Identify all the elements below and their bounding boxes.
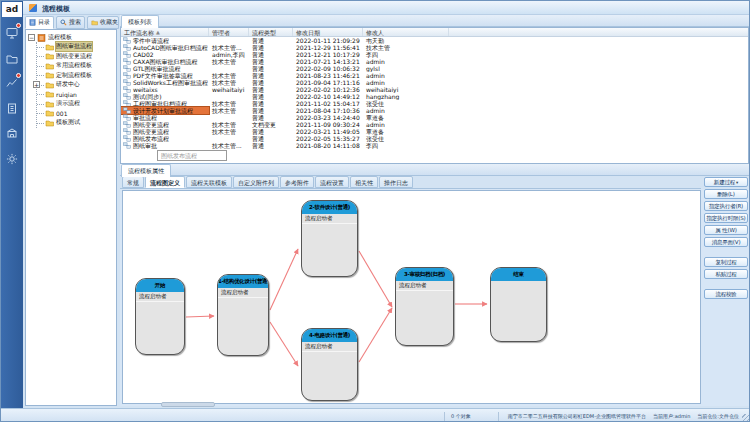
tab-catalog[interactable]: 目录 (25, 16, 54, 29)
workflow-icon (123, 44, 131, 51)
expand-icon[interactable]: + (33, 81, 40, 88)
type-value: 普通 (252, 142, 264, 149)
tab-favorites[interactable]: 收藏夹 (87, 16, 119, 29)
table-row[interactable]: GTL图纸审批流程普通2022-02-09 10:06:32gylsl (121, 65, 748, 72)
tree-item[interactable]: 001 (37, 109, 116, 119)
button-label: 粘贴过程 (715, 271, 736, 277)
tree-item[interactable]: 模板测试 (37, 118, 116, 128)
tree-item[interactable]: 演示流程 (37, 99, 116, 109)
activity-chart-icon[interactable] (5, 75, 19, 89)
column-header[interactable]: 管理者 (209, 28, 249, 36)
workflow-name-cell: 工程图审批归档流程 (121, 100, 209, 107)
table-row[interactable]: weitaixsweihaitaiyi普通2022-02-02 10:12:36… (121, 86, 748, 93)
table-row[interactable]: 图纸变更流程技术主管普通2022-03-21 11:49:05覃道备 (121, 128, 748, 135)
documents-icon[interactable] (5, 101, 19, 115)
properties-tab-label: 相关性 (355, 179, 373, 186)
type-value: 普通 (252, 107, 264, 114)
tree-item[interactable]: 图纸变更流程 (37, 52, 116, 62)
search-icon (60, 19, 67, 26)
process-template-root-icon (37, 34, 46, 42)
table-row[interactable]: 图纸发布流程普通2022-02-05 15:35:27张受佳 (121, 135, 748, 142)
left-rail: ad (1, 1, 23, 408)
properties-tab[interactable]: 相关性 (350, 176, 378, 188)
tree-item[interactable]: 图纸审批流程 (37, 42, 116, 52)
flow-node-step4[interactable]: 4-电路设计(普通)流程启动者 (301, 328, 358, 401)
delete-button[interactable]: 删除(L) (704, 189, 748, 199)
table-row[interactable]: 零件申请流程普通2022-01-11 21:09:29韦天勤 (121, 37, 748, 44)
modifier-cell: 李四 (363, 142, 449, 149)
flow-node-start[interactable]: 开始流程启动者 (135, 278, 185, 355)
properties-tab[interactable]: 参考附件 (280, 176, 314, 188)
folder-rail-icon[interactable] (5, 51, 19, 65)
table-row[interactable]: 设计开发计划审批流程技术主管普通2021-08-04 17:10:36admin (121, 107, 748, 114)
flow-node-body: 流程启动者 (218, 288, 268, 355)
tab-template-list[interactable]: 模板列表 (121, 15, 159, 28)
folder-icon (45, 71, 54, 79)
table-row[interactable]: 工程图审批归档流程技术主管普通2021-11-02 15:04:17张受佳 (121, 100, 748, 107)
column-header[interactable]: 流程类型 (249, 28, 293, 36)
column-header[interactable]: 工作流名称▲ (121, 28, 209, 36)
paste-process-button[interactable]: 粘贴过程 (704, 269, 748, 279)
tree-item[interactable]: 常用流程模板 (37, 61, 116, 71)
table-row[interactable]: 测试(同步)普通2022-02-10 14:49:12hangzhang (121, 93, 748, 100)
flow-node-step1[interactable]: 1-结构优化设计(普通)流程启动者 (217, 274, 269, 356)
validate-process-button[interactable]: 流程校验 (704, 289, 748, 299)
flow-node-step2[interactable]: 2-软件设计(普通)流程启动者 (301, 200, 358, 277)
workflow-icon (123, 51, 131, 58)
date-value: 2021-11-09 09:30:24 (296, 121, 360, 128)
tree-item[interactable]: 定制流程模板 (37, 71, 116, 81)
canvas-scrollbar-thumb[interactable] (161, 402, 215, 407)
type-value: 普通 (252, 72, 264, 79)
properties-tab[interactable]: 流程图定义 (145, 176, 185, 188)
column-header[interactable]: 修改日期 (293, 28, 363, 36)
app-logo[interactable]: ad (2, 2, 22, 17)
workflow-name: 零件申请流程 (133, 37, 169, 44)
properties-button[interactable]: 属 性(W) (704, 225, 748, 235)
properties-tab[interactable]: 流程设置 (315, 176, 349, 188)
tree-item[interactable]: +研发中心 (37, 80, 116, 90)
resize-grip[interactable] (742, 414, 750, 422)
properties-tab[interactable]: 流程关联模板 (186, 176, 232, 188)
tree-item-label: ruiqian (56, 91, 77, 98)
table-row[interactable]: CAXA图纸审批归档流程技术主管普通2021-07-21 14:13:21adm… (121, 58, 748, 65)
tab-template-properties[interactable]: 流程模板属性 (121, 164, 171, 177)
flow-node-step3[interactable]: 3-审核归档(归档)流程启动者 (395, 267, 454, 346)
object-count: 0 个对象 (451, 413, 471, 419)
table-row[interactable]: 图纸变更流程技术主管文档变更2021-11-09 09:30:24admin (121, 121, 748, 128)
flowchart-canvas[interactable]: 开始流程启动者1-结构优化设计(普通)流程启动者2-软件设计(普通)流程启动者4… (122, 190, 701, 404)
table-row[interactable]: SolidWorks工程图审批流程技术主管普通2021-09-04 17:11:… (121, 79, 748, 86)
tree-root[interactable]: − 流程模板 (28, 33, 116, 42)
assign-time-limit-button[interactable]: 指定执行时限(S) (704, 213, 748, 223)
current-user: 当前用户:admin (653, 413, 690, 419)
new-process-button[interactable]: 新建过程▾ (704, 177, 748, 187)
table-row[interactable]: 审批流程普通2022-03-23 14:24:40覃道备 (121, 114, 748, 121)
type-value: 普通 (252, 128, 264, 135)
workflow-name: 图纸变更流程 (133, 128, 169, 135)
properties-tab[interactable]: 自定义附件列 (233, 176, 279, 188)
tab-search[interactable]: 搜索 (56, 16, 85, 29)
table-row[interactable]: 图纸审批技术主管...普通2021-08-20 14:11:08李四 (121, 142, 748, 149)
settings-gear-icon[interactable] (5, 151, 19, 165)
organization-icon[interactable] (5, 125, 19, 139)
message-ui-button[interactable]: 消息界面(V) (704, 237, 748, 247)
properties-tab[interactable]: 常规 (122, 176, 144, 188)
workspace-monitor-icon[interactable] (5, 25, 19, 39)
workflow-icon (123, 100, 131, 107)
tree-item[interactable]: ruiqian (37, 90, 116, 100)
flow-node-body: 流程启动者 (302, 342, 357, 400)
copy-process-button[interactable]: 复制过程 (704, 257, 748, 267)
type-cell: 普通 (249, 142, 293, 149)
flow-node-executor: 流程启动者 (396, 281, 453, 291)
flow-node-executor: 流程启动者 (136, 292, 184, 302)
app-window: 流程模板 ad 目录搜索收藏夹 − 流程模板 图纸审批流程图纸变更流程常用流程模… (0, 0, 750, 422)
collapse-icon[interactable]: − (28, 34, 35, 41)
table-row[interactable]: CAD02admin,李四普通2021-12-21 10:17:29李四 (121, 51, 748, 58)
tree-item-label: 图纸变更流程 (56, 52, 92, 61)
assign-executor-button[interactable]: 指定执行者(R) (704, 201, 748, 211)
table-row[interactable]: AutoCAD图纸审批归档流程技术主管...普通2021-12-29 11:56… (121, 44, 748, 51)
table-row[interactable]: PDF文件审批签章流程技术主管普通2021-08-23 11:46:21admi… (121, 72, 748, 79)
flow-node-executor: 流程启动者 (302, 214, 357, 224)
properties-tab[interactable]: 操作日志 (379, 176, 413, 188)
column-header[interactable]: 修改人 (363, 28, 449, 36)
flow-node-end[interactable]: 结束 (490, 267, 547, 342)
